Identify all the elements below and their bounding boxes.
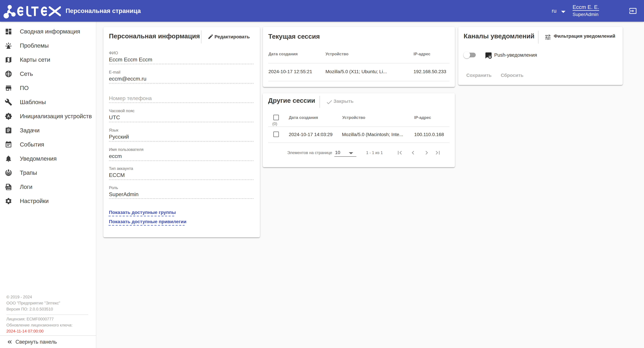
svg-text:LOG: LOG [6,186,11,188]
